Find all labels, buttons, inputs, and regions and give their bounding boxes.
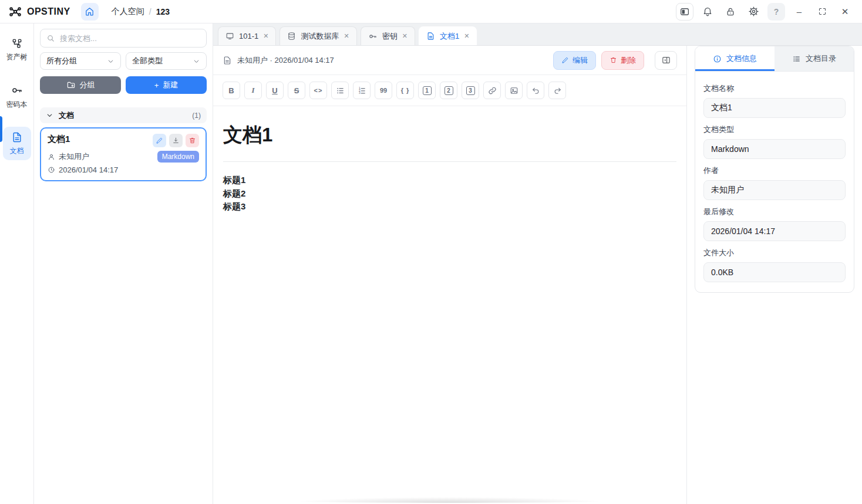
section-count: (1)	[192, 111, 201, 120]
undo-icon	[531, 86, 540, 95]
document-header: 未知用户 · 2026/01/04 14:17 编辑 删除	[213, 46, 686, 75]
bold-button[interactable]: B	[223, 82, 240, 99]
document-line: 标题2	[223, 187, 676, 201]
tab-document-toc[interactable]: 文档目录	[775, 46, 854, 71]
tab-label: 测试数据库	[301, 31, 339, 42]
app-window: OPSTINY 个人空间 / 123	[0, 0, 862, 504]
breadcrumb-root[interactable]: 个人空间	[112, 6, 144, 17]
panel-toggle-icon	[679, 6, 690, 17]
insert-link-button[interactable]	[483, 82, 501, 99]
maximize-button[interactable]	[813, 3, 831, 21]
bell-icon	[702, 6, 713, 17]
underline-button[interactable]: U	[266, 82, 284, 99]
tab-close-icon[interactable]: ✕	[464, 32, 469, 40]
card-download-button[interactable]	[169, 134, 183, 147]
breadcrumb: 个人空间 / 123	[112, 6, 170, 17]
document-meta: 未知用户 · 2026/01/04 14:17	[237, 55, 334, 66]
rail-item-documents[interactable]: 文档	[3, 127, 31, 160]
card-delete-button[interactable]	[186, 134, 199, 147]
quote-icon: 99	[380, 87, 387, 94]
tab-secret-key[interactable]: 密钥 ✕	[361, 26, 415, 45]
documents-section-header[interactable]: 文档 (1)	[40, 107, 207, 123]
topbar: OPSTINY 个人空间 / 123	[0, 0, 862, 23]
tab-test-database[interactable]: 测试数据库 ✕	[280, 26, 356, 45]
editor-bottom-shadow	[225, 495, 675, 503]
home-button[interactable]	[81, 3, 99, 21]
key-icon	[11, 84, 23, 97]
close-icon: ✕	[841, 7, 849, 16]
search-box	[40, 29, 207, 48]
redo-button[interactable]	[548, 82, 566, 99]
field-doc-name[interactable]: 文档1	[703, 98, 846, 118]
document-list-panel: 所有分组 全部类型 分组 + 新建 文档 (	[34, 23, 213, 504]
card-row-author: 未知用户 Markdown	[48, 151, 199, 163]
section-title: 文档	[59, 110, 74, 121]
home-icon	[85, 6, 95, 16]
tab-label: 文档目录	[806, 53, 836, 64]
panel-toggle-button[interactable]	[676, 3, 693, 21]
blockquote-button[interactable]: 99	[375, 82, 392, 99]
breadcrumb-separator: /	[149, 7, 151, 16]
ordered-list-button[interactable]: 1 2 3	[353, 82, 371, 99]
tab-document1[interactable]: 文档1 ✕	[419, 26, 477, 45]
document-view: 未知用户 · 2026/01/04 14:17 编辑 删除	[213, 46, 687, 504]
tab-close-icon[interactable]: ✕	[402, 32, 408, 40]
card-edit-button[interactable]	[153, 134, 166, 147]
document-card[interactable]: 文档1	[40, 127, 207, 181]
close-button[interactable]: ✕	[836, 3, 854, 21]
rail-item-label: 资产树	[6, 52, 28, 62]
help-button[interactable]: ?	[767, 3, 785, 21]
database-icon	[287, 32, 296, 40]
type-filter-select[interactable]: 全部类型	[126, 52, 207, 70]
lock-button[interactable]	[722, 3, 739, 21]
rail-item-asset-tree[interactable]: 资产树	[3, 33, 31, 66]
group-filter-select[interactable]: 所有分组	[40, 52, 121, 70]
nav-rail: 资产树 密码本 文档	[0, 23, 34, 504]
opstiny-logo-icon	[8, 5, 22, 19]
delete-button[interactable]: 删除	[601, 51, 644, 70]
field-file-size[interactable]: 0.0KB	[703, 262, 846, 282]
tab-strip: 101-1 ✕ 测试数据库 ✕ 密钥 ✕ 文档1 ✕	[213, 23, 862, 46]
settings-button[interactable]	[745, 3, 762, 21]
heading-1-icon: 1	[423, 86, 432, 95]
field-doc-type[interactable]: Markdown	[703, 139, 846, 159]
field-label-doc-name: 文档名称	[703, 83, 846, 94]
code-block-button[interactable]: { }	[396, 82, 414, 99]
group-button[interactable]: 分组	[40, 76, 121, 94]
field-author[interactable]: 未知用户	[703, 180, 846, 200]
redo-icon	[553, 86, 562, 95]
side-panel-toggle-button[interactable]	[655, 51, 677, 70]
strikethrough-button[interactable]: S	[288, 82, 305, 99]
bullet-list-button[interactable]	[331, 82, 349, 99]
undo-button[interactable]	[527, 82, 544, 99]
pencil-icon	[156, 137, 163, 144]
new-document-button[interactable]: + 新建	[126, 76, 207, 94]
tab-document-info[interactable]: 文档信息	[695, 46, 775, 71]
panel-right-icon	[661, 55, 671, 65]
lock-icon	[725, 6, 736, 17]
insert-image-button[interactable]	[505, 82, 523, 99]
notifications-button[interactable]	[699, 3, 716, 21]
filter-row: 所有分组 全部类型	[40, 52, 207, 70]
document-editor[interactable]: 文档1 标题1 标题2 标题3	[213, 106, 686, 504]
rail-item-password-book[interactable]: 密码本	[3, 79, 31, 114]
tab-101-1[interactable]: 101-1 ✕	[218, 26, 276, 45]
inline-code-button[interactable]: <>	[309, 82, 327, 99]
heading-2-button[interactable]: 2	[440, 82, 457, 99]
edit-button[interactable]: 编辑	[553, 51, 596, 70]
info-panel-area: 文档信息 文档目录 文档名称 文档1 文档类型 Markdown 作者 未知用户…	[687, 46, 862, 504]
heading-1-button[interactable]: 1	[418, 82, 436, 99]
inline-code-icon: <>	[314, 87, 323, 94]
italic-button[interactable]: I	[244, 82, 262, 99]
field-label-file-size: 文件大小	[703, 248, 846, 258]
chevron-down-icon	[107, 57, 115, 65]
tab-close-icon[interactable]: ✕	[263, 32, 268, 40]
heading-3-button[interactable]: 3	[462, 82, 479, 99]
tab-close-icon[interactable]: ✕	[344, 32, 349, 40]
card-time: 2026/01/04 14:17	[59, 165, 118, 174]
field-last-modified[interactable]: 2026/01/04 14:17	[703, 221, 846, 241]
italic-icon: I	[251, 86, 254, 95]
minimize-button[interactable]: –	[790, 3, 808, 21]
delete-button-label: 删除	[621, 55, 636, 66]
search-input[interactable]	[60, 34, 200, 43]
